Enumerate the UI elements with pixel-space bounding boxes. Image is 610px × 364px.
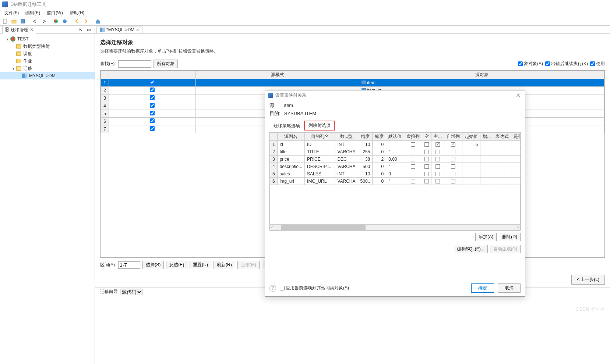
row-checkbox[interactable] [150, 126, 155, 131]
menu-window[interactable]: 窗口(W) [44, 9, 66, 17]
tb-save-icon[interactable] [19, 18, 27, 25]
tb-fwd-icon[interactable] [82, 18, 89, 25]
col-header[interactable]: 源对象 [359, 71, 604, 79]
tree-node-调度[interactable]: 调度 [0, 50, 95, 57]
table-row[interactable]: 1idIDINT1006 [270, 141, 521, 148]
tree-node-TEST[interactable]: ▾TEST [0, 35, 95, 43]
checkbox[interactable] [451, 179, 455, 183]
scroll-left-icon[interactable]: ‹ [270, 225, 274, 230]
add-button[interactable]: 添加(A) [475, 233, 497, 241]
checkbox[interactable] [411, 179, 415, 183]
col-header[interactable]: 自增列 [444, 133, 462, 141]
table-row[interactable]: 3pricePRICEDEC3820.00 [270, 156, 521, 163]
help-icon[interactable]: ? [269, 285, 276, 292]
use-check[interactable]: 使用 [590, 61, 605, 67]
table-row[interactable]: 2titleTITLEVARCHA2550'' [270, 148, 521, 156]
status-dropdown[interactable]: 源代码 [120, 289, 142, 295]
cancel-button[interactable]: 取消 [498, 283, 521, 293]
scroll-thumb[interactable] [281, 225, 366, 230]
tab-strategy[interactable]: 迁移策略选项 [269, 121, 304, 131]
checkbox[interactable] [451, 150, 455, 154]
continue-on-error-check[interactable]: 出错后继续执行(K) [545, 61, 588, 67]
auto-gen-button[interactable]: 自动生成(G) [490, 245, 521, 253]
move-up-button[interactable]: 上移(M) [237, 261, 260, 269]
row-checkbox[interactable] [150, 88, 155, 92]
minimize-icon[interactable]: ▭ [85, 26, 92, 33]
row-checkbox[interactable] [150, 95, 155, 100]
checkbox[interactable] [411, 157, 415, 161]
row-checkbox[interactable] [150, 111, 155, 115]
tb-run-icon[interactable] [61, 18, 68, 25]
horizontal-scrollbar[interactable]: ‹› [270, 224, 520, 230]
checkbox[interactable] [520, 157, 521, 161]
col-header[interactable]: 是否...数 [511, 133, 521, 141]
col-header[interactable]: 默认值 [386, 133, 404, 141]
checkbox[interactable] [436, 142, 440, 147]
close-icon[interactable]: ✕ [514, 92, 522, 99]
reset-button[interactable]: 重置(U) [190, 261, 211, 269]
checkbox[interactable] [411, 150, 415, 154]
tb-new-icon[interactable] [1, 18, 9, 25]
tb-redo-icon[interactable] [40, 18, 47, 25]
table-row[interactable]: 4descriptio...DESCRIPT...VARCHA5000'' [270, 163, 521, 170]
delete-button[interactable]: 删除(D) [499, 233, 521, 241]
checkbox[interactable] [424, 179, 429, 183]
refresh-button[interactable]: 刷新(R) [214, 261, 235, 269]
search-input[interactable] [118, 60, 151, 68]
close-icon[interactable]: ✕ [136, 28, 139, 32]
checkbox[interactable] [520, 150, 521, 154]
checkbox[interactable] [451, 172, 455, 176]
col-header[interactable]: 起始值 [462, 133, 480, 141]
scroll-right-icon[interactable]: › [516, 225, 520, 230]
tree-node-作业[interactable]: 作业 [0, 57, 95, 65]
table-row[interactable]: 6img_urlIMG_URLVARCHA500..0'' [270, 178, 521, 185]
row-checkbox[interactable] [150, 80, 155, 85]
tb-db-icon[interactable] [52, 18, 60, 25]
menu-help[interactable]: 帮助(H) [67, 9, 88, 17]
edit-sql-button[interactable]: 编辑SQL(E)... [454, 245, 488, 253]
col-header[interactable]: 目的列名 [305, 133, 335, 141]
invert-button[interactable]: 反选(E) [166, 261, 187, 269]
col-header[interactable]: 标度 [373, 133, 386, 141]
collapse-icon[interactable]: ⇱ [77, 26, 84, 33]
col-header[interactable] [109, 71, 196, 79]
checkbox[interactable] [411, 142, 415, 147]
col-header[interactable]: 虚拟列 [404, 133, 422, 141]
row-checkbox[interactable] [150, 118, 155, 123]
checkbox[interactable] [436, 164, 440, 169]
back-button[interactable]: < 上一步(L) [571, 275, 605, 285]
caret-icon[interactable]: ▾ [11, 67, 15, 71]
all-objects-button[interactable]: 所有对象 [154, 60, 178, 68]
checkbox[interactable] [520, 179, 521, 183]
caret-icon[interactable]: ▾ [5, 37, 10, 41]
checkbox[interactable] [520, 142, 521, 147]
tree-node-迁移[interactable]: ▾迁移 [0, 65, 95, 72]
tab-column-mapping[interactable]: 列映射选项 [304, 121, 335, 131]
checkbox[interactable] [436, 157, 440, 161]
table-row[interactable]: 1item [101, 79, 604, 87]
checkbox[interactable] [451, 157, 455, 161]
ok-button[interactable]: 确定 [471, 283, 494, 293]
col-header[interactable]: 增... [480, 133, 493, 141]
menu-file[interactable]: 文件(F) [1, 9, 22, 17]
col-header[interactable]: 数...型 [335, 133, 358, 141]
checkbox[interactable] [436, 179, 440, 183]
row-checkbox[interactable] [150, 103, 155, 108]
apply-to-others-check[interactable]: 应用当前选项到其他同类对象(S) [280, 285, 349, 291]
menu-edit[interactable]: 编辑(E) [22, 9, 43, 17]
close-icon[interactable]: ✕ [30, 27, 34, 32]
tb-undo-icon[interactable] [31, 18, 39, 25]
checkbox[interactable] [436, 172, 440, 176]
dest-obj-check[interactable]: 象对象(A) [518, 61, 543, 67]
checkbox[interactable] [451, 164, 455, 169]
checkbox[interactable] [411, 172, 415, 176]
checkbox[interactable] [520, 164, 521, 169]
checkbox[interactable] [520, 172, 521, 176]
tb-folder-icon[interactable] [10, 18, 18, 25]
checkbox[interactable] [424, 150, 429, 154]
checkbox[interactable] [424, 157, 429, 161]
checkbox[interactable] [424, 164, 429, 169]
range-input[interactable] [118, 261, 140, 269]
tree-node-数据类型映射[interactable]: 数据类型映射 [0, 43, 95, 50]
col-header[interactable]: 主... [431, 133, 444, 141]
